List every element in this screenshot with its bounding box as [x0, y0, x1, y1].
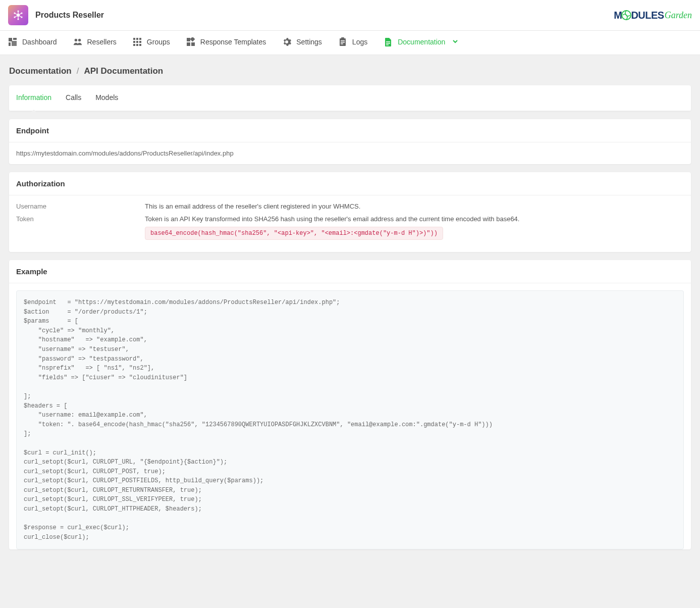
tab-label: Calls	[66, 93, 81, 102]
tab-information[interactable]: Information	[16, 85, 51, 111]
svg-rect-15	[13, 38, 17, 40]
breadcrumb-root[interactable]: Documentation	[9, 66, 72, 76]
breadcrumb-separator: /	[77, 66, 79, 76]
grid-icon	[133, 37, 142, 46]
top-bar: Products Reseller M DULES Garden	[0, 0, 700, 31]
svg-rect-38	[386, 41, 390, 42]
svg-rect-40	[386, 44, 389, 45]
auth-username-label: Username	[16, 202, 145, 210]
nav-label: Documentation	[398, 38, 445, 46]
nav-label: Groups	[147, 38, 170, 46]
brand-text-dules: DULES	[631, 10, 664, 21]
endpoint-url: https://mytestdomain.com/modules/addons/…	[9, 142, 691, 164]
document-icon	[384, 37, 393, 46]
svg-rect-29	[187, 38, 190, 41]
globe-icon	[621, 10, 631, 20]
authorization-card: Authorization Username This is an email …	[9, 172, 691, 252]
brand-logo[interactable]: M DULES Garden	[614, 10, 692, 21]
main-nav: Dashboard Resellers Groups Response Temp…	[0, 31, 700, 55]
svg-rect-24	[136, 41, 138, 43]
svg-rect-14	[9, 38, 12, 41]
endpoint-title: Endpoint	[9, 119, 691, 142]
nav-logs[interactable]: Logs	[338, 31, 367, 55]
chevron-down-icon	[452, 38, 458, 46]
breadcrumb: Documentation / API Documentation	[0, 55, 700, 85]
svg-rect-39	[386, 43, 390, 44]
auth-row-username: Username This is an email address of the…	[16, 202, 684, 210]
nav-response-templates[interactable]: Response Templates	[186, 31, 266, 55]
brand-text-m: M	[614, 10, 622, 21]
svg-rect-32	[190, 37, 195, 41]
svg-rect-26	[133, 44, 135, 46]
auth-token-label: Token	[16, 215, 145, 223]
svg-rect-23	[133, 41, 135, 43]
tab-calls[interactable]: Calls	[66, 85, 81, 111]
example-code: $endpoint = "https://mytestdomain.com/mo…	[16, 290, 684, 549]
auth-token-desc: Token is an API Key transformed into SHA…	[145, 215, 684, 223]
authorization-title: Authorization	[9, 172, 691, 195]
tabs-card: Information Calls Models	[9, 85, 691, 111]
nav-label: Logs	[352, 38, 367, 46]
svg-rect-21	[136, 38, 138, 40]
svg-rect-17	[12, 41, 17, 46]
svg-rect-22	[139, 38, 141, 40]
tab-label: Information	[16, 93, 51, 102]
auth-row-token: Token Token is an API Key transformed in…	[16, 215, 684, 240]
svg-rect-35	[341, 40, 345, 41]
svg-rect-36	[341, 42, 345, 43]
auth-token-code: base64_encode(hash_hmac("sha256", "<api-…	[145, 227, 443, 240]
svg-rect-25	[139, 41, 141, 43]
example-card: Example $endpoint = "https://mytestdomai…	[9, 260, 691, 549]
nav-documentation[interactable]: Documentation	[384, 31, 458, 55]
nav-settings[interactable]: Settings	[282, 31, 322, 55]
auth-username-desc: This is an email address of the reseller…	[145, 202, 684, 210]
tabs: Information Calls Models	[9, 85, 691, 111]
top-bar-left: Products Reseller	[8, 5, 104, 25]
svg-rect-20	[133, 38, 135, 40]
nav-dashboard[interactable]: Dashboard	[8, 31, 57, 55]
nav-label: Dashboard	[22, 38, 57, 46]
svg-point-18	[74, 39, 77, 41]
tab-models[interactable]: Models	[95, 85, 118, 111]
people-icon	[73, 37, 82, 46]
gear-icon	[282, 37, 291, 46]
app-logo	[8, 5, 28, 25]
example-title: Example	[9, 260, 691, 283]
app-title: Products Reseller	[35, 11, 104, 20]
svg-rect-34	[341, 37, 344, 39]
breadcrumb-current: API Documentation	[84, 66, 163, 76]
svg-point-19	[78, 39, 80, 41]
clipboard-icon	[338, 37, 347, 46]
tab-label: Models	[95, 93, 118, 102]
nav-label: Response Templates	[200, 38, 266, 46]
svg-rect-37	[341, 43, 343, 44]
endpoint-card: Endpoint https://mytestdomain.com/module…	[9, 119, 691, 164]
svg-rect-31	[191, 42, 195, 46]
page-content: Documentation / API Documentation Inform…	[0, 55, 700, 573]
svg-rect-16	[9, 42, 11, 46]
nav-label: Settings	[296, 38, 322, 46]
svg-rect-28	[139, 44, 141, 46]
brand-text-garden: Garden	[665, 10, 692, 21]
network-icon	[12, 9, 24, 21]
svg-rect-30	[187, 42, 190, 46]
svg-rect-27	[136, 44, 138, 46]
nav-resellers[interactable]: Resellers	[73, 31, 117, 55]
nav-groups[interactable]: Groups	[133, 31, 170, 55]
widgets-icon	[186, 37, 195, 46]
nav-label: Resellers	[87, 38, 117, 46]
dashboard-icon	[8, 37, 17, 46]
